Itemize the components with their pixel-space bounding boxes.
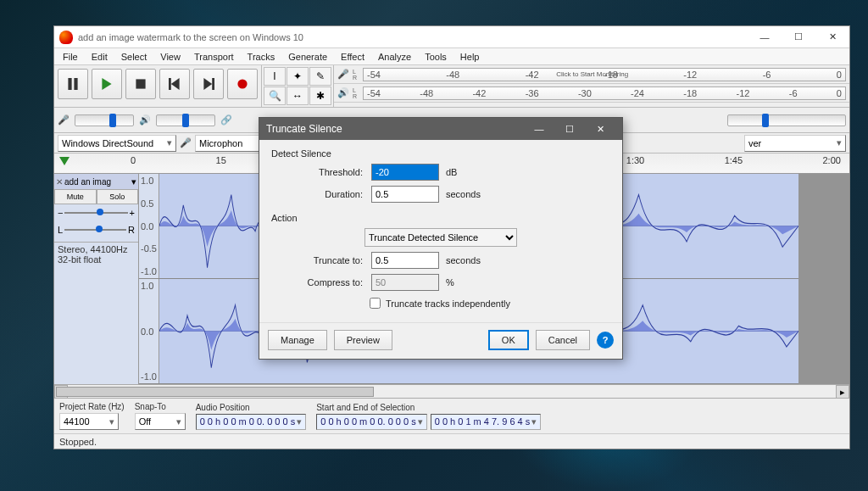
ok-button[interactable]: OK: [488, 330, 529, 350]
action-select[interactable]: Truncate Detected Silence: [364, 228, 517, 247]
truncate-silence-dialog: Truncate Silence — ☐ ✕ Detect Silence Th…: [259, 117, 623, 360]
track-name[interactable]: add an imag: [64, 177, 130, 187]
minimize-button[interactable]: —: [748, 26, 782, 48]
dialog-close-button[interactable]: ✕: [585, 118, 615, 140]
menu-file[interactable]: File: [58, 50, 83, 64]
menu-tracks[interactable]: Tracks: [242, 50, 281, 64]
audio-position-field[interactable]: 0 0 h 0 0 m 0 0. 0 0 0 s▾: [196, 414, 307, 430]
skip-end-button[interactable]: [193, 69, 224, 99]
recording-volume-slider[interactable]: [75, 114, 134, 126]
menu-tools[interactable]: Tools: [420, 50, 452, 64]
svg-rect-0: [68, 78, 71, 90]
speaker-icon: 🔊: [337, 87, 349, 98]
svg-rect-1: [74, 78, 77, 90]
truncate-independently-label: Truncate tracks independently: [386, 299, 510, 309]
scroll-right-icon[interactable]: ▸: [836, 385, 849, 399]
threshold-input[interactable]: [371, 164, 439, 181]
draw-tool-icon[interactable]: ✎: [309, 67, 331, 86]
menu-transport[interactable]: Transport: [189, 50, 239, 64]
solo-button[interactable]: Solo: [97, 189, 139, 204]
svg-marker-5: [171, 78, 180, 90]
maximize-button[interactable]: ☐: [782, 26, 815, 48]
multi-tool-icon[interactable]: ✱: [309, 86, 331, 105]
dialog-minimize-button[interactable]: —: [524, 118, 554, 140]
preview-button[interactable]: Preview: [334, 330, 392, 350]
record-button[interactable]: [227, 69, 258, 99]
stop-button[interactable]: [125, 69, 156, 99]
truncate-independently-checkbox[interactable]: [370, 298, 381, 309]
playback-speed-slider[interactable]: [727, 114, 846, 126]
action-group: Action: [271, 213, 610, 223]
window-title: add an image watermark to the screen on …: [78, 32, 748, 42]
statusbar: Stopped.: [54, 433, 849, 449]
track-info: Stereo, 44100Hz 32-bit float: [54, 242, 138, 266]
toolbars: I ✦ ✎ 🔍 ↔ ✱ 🎤 LR -54 -48 -42 Click to St…: [54, 65, 849, 108]
track-close-icon[interactable]: ✕: [56, 177, 63, 187]
manage-button[interactable]: Manage: [268, 330, 327, 350]
project-rate-label: Project Rate (Hz): [59, 402, 125, 411]
playback-device-combo[interactable]: ver▾: [744, 135, 846, 152]
scrollbar-thumb[interactable]: [56, 387, 374, 397]
playhead-icon[interactable]: [59, 157, 70, 165]
svg-rect-4: [169, 78, 171, 90]
cancel-button[interactable]: Cancel: [536, 330, 590, 350]
click-to-monitor[interactable]: Click to Start Monitoring: [556, 70, 628, 78]
meter-channels: LR: [353, 87, 359, 99]
timeshift-tool-icon[interactable]: ↔: [287, 86, 309, 105]
playback-meter[interactable]: 🔊 LR -54 -48 -42 -36 -30 -24 -18 -12 -6 …: [334, 84, 849, 103]
meters: 🎤 LR -54 -48 -42 Click to Start Monitori…: [334, 65, 849, 107]
status-text: Stopped.: [59, 437, 97, 447]
horizontal-scrollbar[interactable]: ◂ ▸: [54, 384, 849, 398]
envelope-tool-icon[interactable]: ✦: [287, 67, 309, 86]
microphone-icon: 🎤: [58, 114, 70, 126]
app-icon: [59, 31, 73, 44]
dialog-title: Truncate Silence: [266, 123, 524, 135]
menu-help[interactable]: Help: [455, 50, 485, 64]
mute-button[interactable]: Mute: [54, 189, 97, 204]
recording-meter[interactable]: 🎤 LR -54 -48 -42 Click to Start Monitori…: [334, 65, 849, 84]
selection-toolbar: Project Rate (Hz) 44100▾ Snap-To Off▾ Au…: [54, 398, 849, 433]
play-button[interactable]: [92, 69, 122, 99]
dialog-titlebar: Truncate Silence — ☐ ✕: [259, 118, 622, 140]
menu-effect[interactable]: Effect: [336, 50, 370, 64]
menu-generate[interactable]: Generate: [283, 50, 332, 64]
playback-volume-slider[interactable]: [156, 114, 215, 126]
menu-view[interactable]: View: [155, 50, 186, 64]
menu-edit[interactable]: Edit: [86, 50, 113, 64]
selection-end-field[interactable]: 0 0 h 0 1 m 4 7. 9 6 4 s▾: [431, 414, 542, 430]
track-pan-slider[interactable]: [64, 229, 126, 231]
pause-button[interactable]: [58, 69, 88, 99]
zoom-tool-icon[interactable]: 🔍: [264, 86, 286, 105]
meter-channels: LR: [353, 69, 359, 81]
selection-tool-icon[interactable]: I: [264, 67, 286, 86]
selection-start-field[interactable]: 0 0 h 0 0 m 0 0. 0 0 0 s▾: [316, 414, 427, 430]
detect-silence-group: Detect Silence: [271, 148, 610, 159]
share-icon[interactable]: 🔗: [220, 114, 232, 126]
compress-to-label: Compress to:: [271, 277, 371, 287]
microphone-icon: 🎤: [337, 69, 349, 80]
track-control-panel: ✕ add an imag ▾ Mute Solo −+ LR Stereo, …: [54, 174, 139, 384]
help-icon[interactable]: ?: [597, 332, 614, 349]
dialog-maximize-button[interactable]: ☐: [554, 118, 585, 140]
duration-input[interactable]: [371, 186, 439, 203]
titlebar: add an image watermark to the screen on …: [54, 26, 849, 48]
skip-start-button[interactable]: [159, 69, 190, 99]
microphone-icon: 🎤: [180, 137, 192, 148]
audio-host-combo[interactable]: Windows DirectSound▾: [58, 135, 176, 152]
truncate-to-label: Truncate to:: [271, 255, 371, 265]
track-gain-slider[interactable]: [64, 212, 127, 214]
menu-analyze[interactable]: Analyze: [373, 50, 416, 64]
threshold-label: Threshold:: [271, 167, 371, 177]
close-button[interactable]: ✕: [815, 26, 849, 48]
svg-marker-2: [102, 78, 111, 90]
menubar: File Edit Select View Transport Tracks G…: [54, 48, 849, 65]
tool-grid: I ✦ ✎ 🔍 ↔ ✱: [262, 65, 334, 107]
truncate-to-input[interactable]: [371, 252, 439, 269]
transport-toolbar: [54, 65, 262, 107]
duration-label: Duration:: [271, 189, 371, 199]
track-menu-icon[interactable]: ▾: [131, 176, 136, 187]
snap-to-combo[interactable]: Off▾: [135, 413, 186, 430]
menu-select[interactable]: Select: [116, 50, 153, 64]
track-right-gutter: [798, 174, 849, 384]
project-rate-combo[interactable]: 44100▾: [59, 413, 119, 430]
